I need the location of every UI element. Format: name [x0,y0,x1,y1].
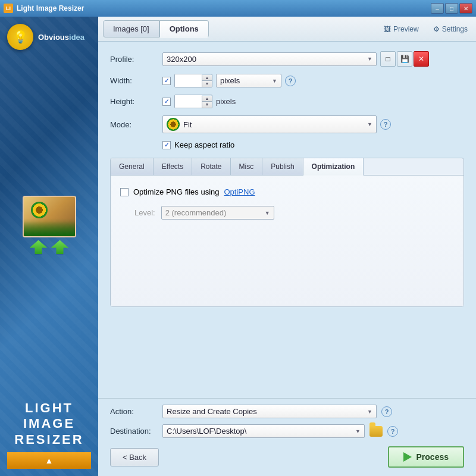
dest-dropdown[interactable]: C:\Users\LOF\Desktop\ ▼ [162,424,365,438]
mode-icon [167,118,180,131]
sidebar-image-area [23,196,76,254]
width-label: Width: [110,76,158,85]
sidebar-preview-image [23,196,76,237]
preview-button[interactable]: 🖼 Preview [380,23,422,35]
maximize-button[interactable]: □ [445,3,458,14]
width-unit-dropdown[interactable]: pixels ▼ [216,74,281,87]
aspect-ratio-row: Keep aspect ratio [162,140,464,149]
tabs-header: General Effects Rotate Misc Publish Opti… [111,158,464,176]
bottom-buttons: < Back Process [110,444,464,470]
nav-tabs: Images [0] Options [103,20,209,37]
mode-control-group: Fit ▼ ? [162,115,391,133]
aspect-ratio-label: Keep aspect ratio [174,140,234,149]
tab-images[interactable]: Images [0] [103,20,159,37]
tab-optimization-content: Optimize PNG files using OptiPNG Level: … [111,176,464,306]
arrow-icon [30,240,48,254]
height-label: Height: [110,97,158,106]
mode-label: Mode: [110,120,158,129]
folder-browse-button[interactable] [369,426,383,437]
action-help-icon[interactable]: ? [381,406,392,417]
height-down-button[interactable]: ▼ [202,102,212,108]
delete-profile-button[interactable]: ✕ [414,51,429,67]
width-row: Width: 320 ▲ ▼ pixels ▼ ? [110,74,464,87]
nav-right: 🖼 Preview ⚙ Settings [380,23,471,35]
tab-misc[interactable]: Misc [231,158,263,175]
height-control-group: 200 ▲ ▼ pixels [162,95,236,108]
logo-icon: 💡 [7,24,33,50]
width-help-icon[interactable]: ? [285,76,296,86]
tab-effects[interactable]: Effects [154,158,192,175]
level-row: Level: 2 (recommended) ▼ [120,206,454,220]
destination-row: Destination: C:\Users\LOF\Desktop\ ▼ ? [110,424,464,438]
sidebar: 💡 Obviousidea [0,17,98,476]
width-control-group: 320 ▲ ▼ pixels ▼ ? [162,74,296,87]
tab-publish[interactable]: Publish [262,158,303,175]
arrow-icon-2 [51,240,69,254]
action-row: Action: Resize and Create Copies ▼ ? [110,405,464,418]
profile-control-group: 320x200 ▼ □ 💾 ✕ [162,51,429,67]
profile-row: Profile: 320x200 ▼ □ 💾 ✕ [110,51,464,67]
height-checkbox[interactable] [162,98,171,106]
height-row: Height: 200 ▲ ▼ pixels [110,95,464,108]
optimize-label: Optimize PNG files using [133,187,220,196]
sidebar-brand-large: LIGHT IMAGE RESIZER [7,400,91,447]
width-spinbox[interactable]: 320 ▲ ▼ [174,74,212,87]
preview-icon: 🖼 [384,25,391,33]
play-icon [403,452,412,462]
minimize-button[interactable]: – [431,3,444,14]
sidebar-bottom: LIGHT IMAGE RESIZER ▲ [0,393,98,476]
process-button[interactable]: Process [388,446,464,468]
settings-icon: ⚙ [433,25,440,33]
width-unit-arrow-icon: ▼ [272,78,277,84]
close-button[interactable]: ✕ [459,3,472,14]
height-spin-buttons: ▲ ▼ [202,96,212,108]
width-spin-buttons: ▲ ▼ [202,75,212,87]
width-down-button[interactable]: ▼ [202,81,212,87]
sidebar-brand: Obviousidea [38,33,84,42]
sidebar-arrow-button[interactable]: ▲ [7,452,91,469]
level-dropdown[interactable]: 2 (recommended) ▼ [161,206,274,220]
dest-dropdown-arrow-icon: ▼ [355,428,361,434]
save-profile-button[interactable]: 💾 [397,51,412,67]
aspect-ratio-checkbox[interactable] [162,141,171,149]
window-controls: – □ ✕ [431,3,472,14]
aspect-ratio-checkbox-row: Keep aspect ratio [162,140,464,149]
main-content: Images [0] Options 🖼 Preview ⚙ Settings … [98,17,476,476]
settings-button[interactable]: ⚙ Settings [430,23,471,35]
optimize-checkbox[interactable] [120,188,129,196]
action-label: Action: [110,407,158,416]
title-bar: LI Light Image Resizer – □ ✕ [0,0,476,17]
level-dropdown-arrow-icon: ▼ [265,210,270,216]
tab-rotate[interactable]: Rotate [192,158,230,175]
new-profile-button[interactable]: □ [380,51,396,67]
width-up-button[interactable]: ▲ [202,75,212,81]
content-area: Profile: 320x200 ▼ □ 💾 ✕ Width: [98,42,476,398]
height-unit-label: pixels [216,97,236,106]
back-button[interactable]: < Back [110,448,159,466]
dest-label: Destination: [110,427,158,436]
profile-dropdown[interactable]: 320x200 ▼ [162,52,377,66]
level-label: Level: [134,208,155,217]
width-checkbox[interactable] [162,77,171,85]
optipng-link[interactable]: OptiPNG [224,187,255,196]
tabs-panel: General Effects Rotate Misc Publish Opti… [110,158,464,307]
height-input[interactable]: 200 [175,95,202,108]
width-input[interactable]: 320 [175,74,202,87]
mode-dropdown[interactable]: Fit ▼ [162,115,377,133]
optimize-row: Optimize PNG files using OptiPNG [120,187,454,196]
dropdown-arrow-icon: ▼ [367,56,372,62]
tab-options[interactable]: Options [159,20,209,37]
mode-row: Mode: Fit ▼ ? [110,115,464,133]
mode-dropdown-arrow-icon: ▼ [367,121,372,127]
mode-help-icon[interactable]: ? [380,119,391,130]
app-body: 💡 Obviousidea [0,17,476,476]
tab-general[interactable]: General [111,158,154,175]
sidebar-top: 💡 Obviousidea [0,17,98,57]
app-icon: LI [4,4,13,13]
action-dropdown[interactable]: Resize and Create Copies ▼ [162,405,377,418]
dest-help-icon[interactable]: ? [387,426,398,437]
height-spinbox[interactable]: 200 ▲ ▼ [174,95,212,108]
tab-optimization[interactable]: Optimization [303,158,364,176]
height-up-button[interactable]: ▲ [202,96,212,102]
profile-buttons: □ 💾 ✕ [380,51,429,67]
